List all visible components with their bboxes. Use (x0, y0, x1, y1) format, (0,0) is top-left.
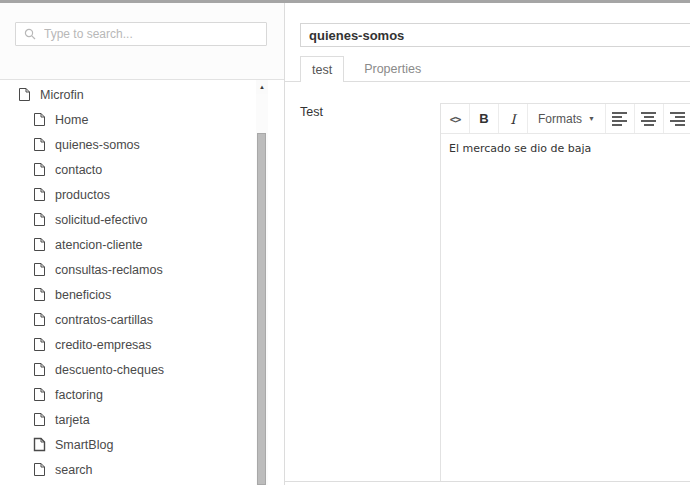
document-icon (33, 287, 46, 302)
tree-item-label: consultas-reclamos (55, 263, 163, 277)
tree-item[interactable]: quienes-somos (0, 132, 284, 157)
sidebar-header (0, 3, 284, 80)
source-code-button[interactable]: <> (441, 104, 470, 133)
tree-item-label: search (55, 463, 93, 477)
page-tree: Microfin Home quienes-somos contacto pro… (0, 80, 284, 485)
tree-item-label: beneficios (55, 288, 111, 302)
rich-text-editor: <> B I Formats ▼ El (440, 103, 690, 481)
tree-item[interactable]: credito-empresas (0, 332, 284, 357)
document-icon (33, 187, 46, 202)
search-input[interactable] (42, 26, 258, 42)
tree-item[interactable]: tarjeta (0, 407, 284, 432)
tab-test[interactable]: test (300, 56, 344, 82)
align-right-icon (670, 112, 685, 126)
document-icon (33, 387, 46, 402)
tree-item[interactable]: atencion-cliente (0, 232, 284, 257)
document-icon (33, 362, 46, 377)
document-icon (33, 137, 46, 152)
tree-item[interactable]: consultas-reclamos (0, 257, 284, 282)
tree-item[interactable]: SmartBlog (0, 432, 284, 457)
document-icon (33, 212, 46, 227)
document-icon (33, 237, 46, 252)
tree-item-label: credito-empresas (55, 338, 152, 352)
tree-item-label: SmartBlog (55, 438, 113, 452)
tree-item-root[interactable]: Microfin (0, 82, 284, 107)
document-icon (33, 112, 46, 127)
formats-label: Formats (538, 112, 582, 126)
page-title-input[interactable] (300, 23, 690, 47)
panel-bottom-border (285, 481, 690, 482)
tree-item[interactable]: contratos-cartillas (0, 307, 284, 332)
document-icon (33, 312, 46, 327)
tree-item-label: atencion-cliente (55, 238, 143, 252)
tree-item-label: solicitud-efectivo (55, 213, 147, 227)
italic-button[interactable]: I (499, 104, 528, 133)
tree-item[interactable]: productos (0, 182, 284, 207)
align-center-icon (641, 112, 656, 126)
tree-item-label: factoring (55, 388, 103, 402)
document-icon (33, 262, 46, 277)
align-left-icon (612, 112, 627, 126)
chevron-down-icon: ▼ (588, 115, 595, 122)
document-icon (33, 462, 46, 477)
document-icon (33, 437, 46, 452)
bold-button[interactable]: B (470, 104, 499, 133)
scroll-up-arrow-icon[interactable]: ▲ (256, 80, 268, 94)
document-icon (33, 162, 46, 177)
scrollbar-thumb[interactable] (257, 133, 266, 485)
tree-item[interactable]: search (0, 457, 284, 482)
tree-item-label: Microfin (40, 88, 84, 102)
tab-properties[interactable]: Properties (352, 56, 433, 81)
tree-item[interactable]: Home (0, 107, 284, 132)
document-icon (18, 87, 31, 102)
editor-content[interactable]: El mercado se dio de baja (441, 134, 690, 481)
tree-scrollbar[interactable]: ▲ (256, 80, 268, 485)
tree-item-label: quienes-somos (55, 138, 140, 152)
align-right-button[interactable] (664, 104, 690, 133)
align-left-button[interactable] (606, 104, 635, 133)
tree-item-label: contacto (55, 163, 102, 177)
tab-bar: test Properties (285, 56, 690, 82)
tree-item[interactable]: factoring (0, 382, 284, 407)
tree-item[interactable]: contacto (0, 157, 284, 182)
field-label: Test (300, 105, 323, 119)
tree-item-label: Home (55, 113, 88, 127)
tree-item[interactable]: descuento-cheques (0, 357, 284, 382)
editor-toolbar: <> B I Formats ▼ (441, 104, 690, 134)
tree-item-label: descuento-cheques (55, 363, 164, 377)
search-box[interactable] (15, 22, 267, 46)
tree-item-label: contratos-cartillas (55, 313, 153, 327)
document-icon (33, 337, 46, 352)
document-icon (33, 412, 46, 427)
tree-item-label: tarjeta (55, 413, 90, 427)
sidebar: Microfin Home quienes-somos contacto pro… (0, 3, 285, 485)
align-center-button[interactable] (635, 104, 664, 133)
tree-item-label: productos (55, 188, 110, 202)
tree-item[interactable]: solicitud-efectivo (0, 207, 284, 232)
tree-item[interactable]: beneficios (0, 282, 284, 307)
main-panel: test Properties Test <> B I Formats ▼ (285, 3, 690, 485)
formats-dropdown[interactable]: Formats ▼ (528, 104, 606, 133)
search-icon (24, 28, 36, 40)
